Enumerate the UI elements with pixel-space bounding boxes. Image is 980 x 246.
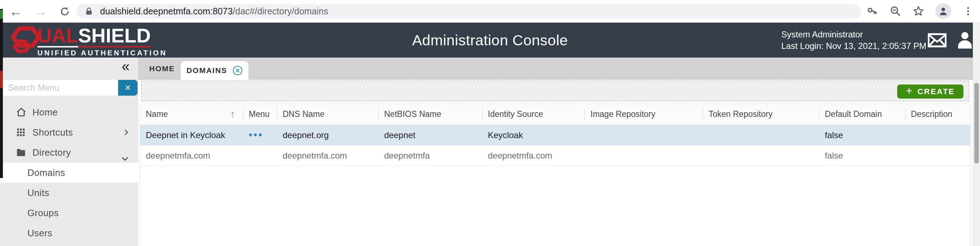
create-button-label: CREATE [917, 87, 955, 97]
sidebar-item-directory[interactable]: Directory [0, 143, 138, 163]
browser-menu-icon[interactable] [962, 5, 974, 17]
cell-description [905, 145, 970, 166]
cell-identity-source: Keycloak [482, 125, 585, 145]
row-menu-button[interactable]: ••• [249, 130, 263, 140]
mail-button[interactable] [928, 33, 947, 49]
cell-identity-source: deepnetmfa.com [482, 145, 585, 166]
cell-token-repository [703, 125, 819, 145]
column-label: Token Repository [708, 110, 773, 119]
page-title: Administration Console [412, 32, 568, 49]
cell-dns-name: deepnetmfa.com [277, 145, 379, 166]
password-key-icon[interactable] [866, 5, 878, 17]
table-row-deepnet-in-keycloak[interactable]: Deepnet in Keycloak ••• deepnet.org deep… [140, 125, 970, 145]
profile-avatar-icon [938, 6, 949, 17]
url-domain: dualshield.deepnetmfa.com:8073 [100, 6, 232, 16]
table-header-row: Name ↑ Menu DNS Name NetBIOS Name Identi… [140, 104, 970, 125]
browser-chrome: ← → dualshield.deepnetmfa.com:8073/dac#/… [0, 0, 980, 23]
column-header-identity-source[interactable]: Identity Source [482, 104, 585, 125]
cell-menu [243, 145, 277, 166]
column-label: Menu [249, 110, 270, 119]
last-login: Last Login: Nov 13, 2021, 2:05:37 PM [781, 40, 926, 52]
sidebar-item-groups[interactable]: Groups [0, 203, 138, 223]
column-label: Identity Source [488, 110, 543, 119]
sidebar-item-label: Units [27, 187, 49, 198]
column-header-image-repository[interactable]: Image Repository [585, 104, 703, 125]
browser-profile-button[interactable] [935, 3, 951, 19]
column-header-dns-name[interactable]: DNS Name [277, 104, 379, 125]
cell-netbios-name: deepnet [379, 125, 482, 145]
tab-home-label: HOME [150, 64, 175, 73]
dualshield-logo: UALSHIELD UNIFIED AUTHENTICATION [10, 25, 167, 57]
sidebar-item-home[interactable]: Home [0, 102, 138, 122]
logo-shield: SHIELD [78, 25, 151, 48]
sliver-green-fragment [0, 10, 3, 19]
sidebar-item-domains[interactable]: Domains [0, 163, 138, 183]
collapse-sidebar-button[interactable]: « [122, 58, 130, 75]
search-menu-input[interactable] [3, 80, 118, 96]
browser-refresh-button[interactable] [57, 4, 73, 19]
column-header-netbios-name[interactable]: NetBIOS Name [379, 104, 482, 125]
plus-icon: + [906, 84, 912, 97]
sidebar-item-label: Users [27, 228, 52, 239]
browser-toolbar-icons [866, 3, 974, 19]
folder-icon [16, 147, 27, 158]
toolbar: + CREATE [141, 81, 969, 102]
cell-netbios-name: deepnetmfa [379, 145, 482, 166]
sort-ascending-icon: ↑ [231, 109, 235, 120]
cell-image-repository [585, 145, 703, 166]
logo-dual: UAL [37, 25, 78, 48]
sidebar-item-shortcuts[interactable]: Shortcuts [0, 122, 138, 143]
sliver-red-fragment [0, 71, 3, 88]
address-bar[interactable]: dualshield.deepnetmfa.com:8073/dac#/dire… [76, 4, 861, 19]
sidebar-item-label: Shortcuts [32, 127, 73, 138]
main-content: + CREATE Name ↑ Menu DNS Name [138, 80, 973, 246]
cell-name: Deepnet in Keycloak [140, 125, 243, 145]
column-label: DNS Name [283, 110, 325, 119]
user-icon [957, 31, 973, 49]
sidebar-item-label: Groups [27, 208, 59, 219]
logo-text: UALSHIELD UNIFIED AUTHENTICATION [37, 25, 167, 57]
cell-dns-name: deepnet.org [277, 125, 379, 145]
cell-image-repository [585, 125, 703, 145]
column-header-token-repository[interactable]: Token Repository [703, 104, 819, 125]
url-path: /dac#/directory/domains [232, 6, 328, 16]
create-button[interactable]: + CREATE [897, 84, 963, 98]
sidebar: « × Home Shortcuts [0, 57, 138, 246]
zoom-out-icon[interactable] [889, 5, 902, 17]
sidebar-nav: Home Shortcuts Directory [0, 102, 138, 243]
cell-token-repository [703, 145, 819, 166]
scrollbar-track [973, 23, 980, 246]
refresh-icon [59, 6, 70, 17]
home-icon [16, 107, 27, 117]
column-header-name[interactable]: Name ↑ [140, 104, 243, 125]
cell-default-domain: false [819, 125, 905, 145]
bookmark-star-icon[interactable] [912, 5, 924, 17]
sidebar-item-label: Home [32, 107, 58, 118]
tab-domains-label: DOMAINS [186, 66, 227, 75]
account-button[interactable] [957, 31, 973, 50]
user-info: System Administrator Last Login: Nov 13,… [781, 29, 926, 52]
app-header: UALSHIELD UNIFIED AUTHENTICATION Adminis… [0, 23, 980, 57]
grid-icon [16, 127, 27, 137]
screen: ← → dualshield.deepnetmfa.com:8073/dac#/… [0, 0, 980, 246]
browser-back-button[interactable]: ← [8, 4, 24, 19]
logo-subtitle: UNIFIED AUTHENTICATION [37, 49, 167, 57]
user-name: System Administrator [781, 29, 926, 40]
sidebar-item-units[interactable]: Units [0, 183, 138, 203]
column-header-default-domain[interactable]: Default Domain [819, 104, 905, 125]
search-clear-button[interactable]: × [118, 80, 138, 96]
tab-domains[interactable]: DOMAINS [181, 61, 248, 80]
browser-forward-button[interactable]: → [33, 4, 49, 19]
domains-table-card: Name ↑ Menu DNS Name NetBIOS Name Identi… [140, 103, 970, 246]
sidebar-item-users[interactable]: Users [0, 223, 138, 243]
lock-icon[interactable] [84, 7, 94, 16]
cell-description [905, 125, 970, 145]
column-header-description[interactable]: Description [905, 104, 970, 125]
table-row-deepnetmfa[interactable]: deepnetmfa.com deepnetmfa.com deepnetmfa… [140, 145, 970, 166]
chevron-right-icon [122, 128, 130, 139]
tab-home[interactable]: HOME [143, 57, 181, 80]
tab-bar: HOME DOMAINS [138, 57, 973, 80]
column-header-menu[interactable]: Menu [243, 104, 277, 125]
scrollbar-thumb[interactable] [974, 83, 979, 163]
close-tab-icon[interactable] [232, 65, 243, 76]
